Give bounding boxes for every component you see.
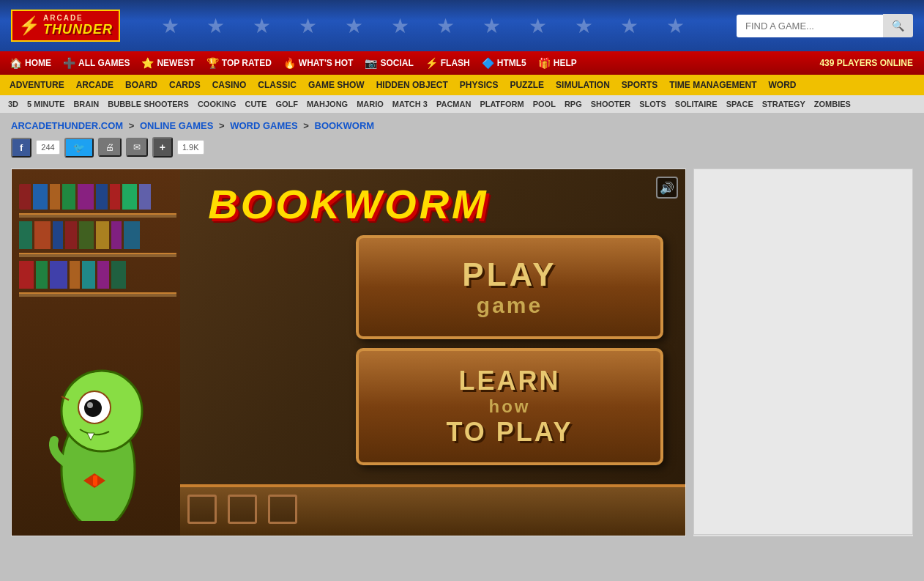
category-navigation: ADVENTURE ARCADE BOARD CARDS CASINO CLAS… bbox=[0, 75, 924, 95]
search-button[interactable]: 🔍 bbox=[883, 14, 913, 37]
cat-classic[interactable]: CLASSIC bbox=[252, 80, 302, 90]
printer-icon: 🖨 bbox=[105, 142, 114, 152]
floor bbox=[180, 484, 685, 536]
ad-placeholder bbox=[693, 169, 913, 535]
menu-area: PLAY game LEARN how TO PLAY bbox=[356, 235, 663, 465]
nav-all-games[interactable]: ➕ALL GAMES bbox=[57, 51, 135, 75]
book bbox=[70, 261, 80, 289]
svg-point-3 bbox=[84, 399, 102, 417]
sub-brain[interactable]: BRAIN bbox=[69, 100, 103, 108]
social-bar: f 244 🐦 🖨 ✉ + 1.9K bbox=[0, 137, 924, 165]
nav-social[interactable]: 📷SOCIAL bbox=[359, 51, 419, 75]
sub-mahjong[interactable]: MAHJONG bbox=[302, 100, 352, 108]
nav-flash[interactable]: ⚡FLASH bbox=[420, 51, 476, 75]
nav-home[interactable]: 🏠HOME bbox=[4, 51, 57, 75]
book bbox=[110, 184, 120, 210]
sub-shooter[interactable]: SHOOTER bbox=[586, 100, 635, 108]
cat-simulation[interactable]: SIMULATION bbox=[550, 80, 616, 90]
book bbox=[65, 221, 77, 249]
book bbox=[19, 184, 31, 210]
book bbox=[34, 221, 51, 249]
fire-icon: 🔥 bbox=[283, 57, 296, 69]
learn-to-play-button[interactable]: LEARN how TO PLAY bbox=[356, 348, 663, 465]
breadcrumb-home[interactable]: ARCADETHUNDER.COM bbox=[11, 120, 123, 131]
sub-zombies[interactable]: ZOMBIES bbox=[810, 100, 855, 108]
cat-board[interactable]: BOARD bbox=[119, 80, 163, 90]
breadcrumb-online-games[interactable]: ONLINE GAMES bbox=[140, 120, 213, 131]
floor-decorations bbox=[180, 487, 685, 531]
book bbox=[96, 221, 109, 249]
bolt-icon: ⚡ bbox=[18, 15, 40, 36]
plus-icon: + bbox=[160, 141, 165, 153]
shelf-divider bbox=[19, 213, 176, 218]
social-icon: 📷 bbox=[365, 57, 377, 69]
sub-pacman[interactable]: PACMAN bbox=[432, 100, 475, 108]
book bbox=[97, 261, 109, 289]
players-online-badge: 439 PLAYERS ONLINE bbox=[812, 58, 920, 68]
nav-whats-hot[interactable]: 🔥WHAT'S HOT bbox=[277, 51, 359, 75]
site-logo[interactable]: ⚡ ARCADE THUNDER bbox=[11, 10, 120, 42]
sub-bubble-shooters[interactable]: BUBBLE SHOOTERS bbox=[103, 100, 193, 108]
sub-slots[interactable]: SLOTS bbox=[635, 100, 671, 108]
breadcrumb-current: BOOKWORM bbox=[315, 120, 375, 131]
cat-game-show[interactable]: GAME SHOW bbox=[302, 80, 370, 90]
plus-icon: ➕ bbox=[63, 57, 75, 69]
sound-button[interactable]: 🔊 bbox=[656, 177, 678, 199]
sub-match3[interactable]: MATCH 3 bbox=[388, 100, 432, 108]
shelf-divider bbox=[19, 292, 176, 297]
shelf-divider bbox=[19, 253, 176, 257]
shelf-row-2 bbox=[19, 221, 176, 249]
nav-newest[interactable]: ⭐NEWEST bbox=[135, 51, 200, 75]
sub-3d[interactable]: 3D bbox=[4, 100, 23, 108]
search-area: 🔍 bbox=[737, 14, 913, 37]
sub-solitaire[interactable]: SOLITAIRE bbox=[671, 100, 722, 108]
nav-top-rated[interactable]: 🏆TOP RATED bbox=[201, 51, 277, 75]
cat-casino[interactable]: CASINO bbox=[206, 80, 253, 90]
sub-strategy[interactable]: STRATEGY bbox=[758, 100, 810, 108]
help-icon: 🎁 bbox=[538, 57, 551, 69]
logo-line2: THUNDER bbox=[43, 22, 113, 37]
sub-rpg[interactable]: RPG bbox=[560, 100, 586, 108]
book bbox=[19, 261, 34, 289]
nav-help[interactable]: 🎁HELP bbox=[532, 51, 583, 75]
facebook-count: 244 bbox=[36, 140, 59, 155]
twitter-button[interactable]: 🐦 bbox=[64, 138, 94, 158]
sub-cooking[interactable]: COOKING bbox=[193, 100, 241, 108]
learn-label-line1: LEARN bbox=[381, 366, 638, 396]
cat-time-management[interactable]: TIME MANAGEMENT bbox=[663, 80, 762, 90]
sub-mario[interactable]: MARIO bbox=[352, 100, 388, 108]
game-background: 🔊 BOOKWORM bbox=[12, 169, 685, 536]
facebook-button[interactable]: f bbox=[11, 138, 31, 158]
cat-word[interactable]: WORD bbox=[763, 80, 802, 90]
cat-hidden-object[interactable]: HIDDEN OBJECT bbox=[370, 80, 454, 90]
svg-rect-9 bbox=[93, 475, 97, 486]
nav-html5[interactable]: 🔷HTML5 bbox=[476, 51, 532, 75]
print-button[interactable]: 🖨 bbox=[98, 138, 122, 157]
book bbox=[33, 184, 48, 210]
breadcrumb-word-games[interactable]: WORD GAMES bbox=[230, 120, 297, 131]
play-label-line1: PLAY bbox=[381, 256, 638, 293]
floor-decal bbox=[268, 495, 297, 524]
email-button[interactable]: ✉ bbox=[126, 138, 148, 157]
sub-pool[interactable]: POOL bbox=[529, 100, 560, 108]
share-count: 1.9K bbox=[177, 140, 204, 155]
book bbox=[111, 221, 122, 249]
cat-sports[interactable]: SPORTS bbox=[616, 80, 663, 90]
cat-cards[interactable]: CARDS bbox=[163, 80, 206, 90]
book bbox=[50, 261, 67, 289]
search-input[interactable] bbox=[737, 15, 883, 37]
book bbox=[50, 184, 60, 210]
cat-adventure[interactable]: ADVENTURE bbox=[4, 80, 70, 90]
cat-arcade[interactable]: ARCADE bbox=[70, 80, 119, 90]
cat-physics[interactable]: PHYSICS bbox=[454, 80, 504, 90]
play-game-button[interactable]: PLAY game bbox=[356, 235, 663, 339]
share-plus-button[interactable]: + bbox=[152, 137, 173, 158]
sub-golf[interactable]: GOLF bbox=[271, 100, 302, 108]
sub-5minute[interactable]: 5 MINUTE bbox=[23, 100, 69, 108]
worm-character bbox=[43, 338, 153, 521]
sub-cute[interactable]: CUTE bbox=[240, 100, 271, 108]
sub-space[interactable]: SPACE bbox=[722, 100, 758, 108]
sub-platform[interactable]: PLATFORM bbox=[475, 100, 528, 108]
cat-puzzle[interactable]: PUZZLE bbox=[504, 80, 550, 90]
book bbox=[19, 221, 32, 249]
